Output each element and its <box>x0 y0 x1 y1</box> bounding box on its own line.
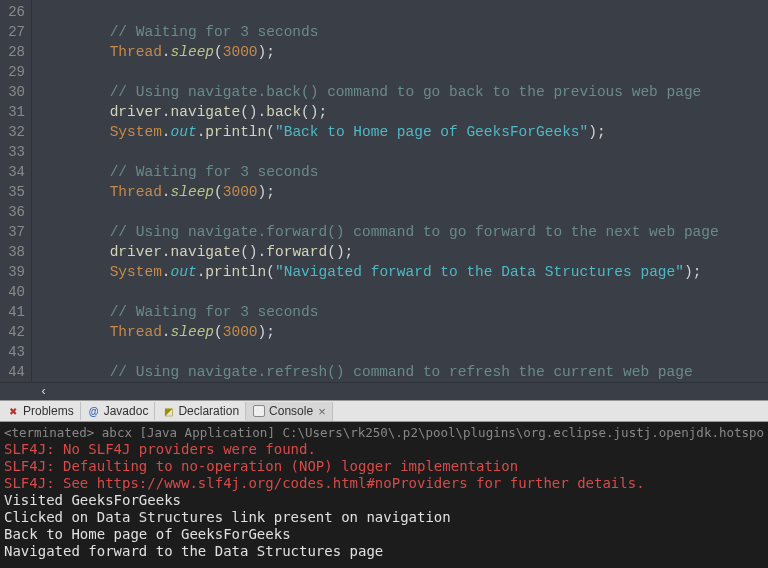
line-number-gutter: 26272829303132333435363738394041424344 <box>0 0 32 382</box>
code-line[interactable]: Thread.sleep(3000); <box>40 182 768 202</box>
tab-problems[interactable]: ✖ Problems <box>0 402 81 420</box>
line-number: 41 <box>0 302 25 322</box>
code-line[interactable]: Thread.sleep(3000); <box>40 322 768 342</box>
code-line[interactable]: // Using navigate.forward() command to g… <box>40 222 768 242</box>
line-number: 37 <box>0 222 25 242</box>
line-number: 43 <box>0 342 25 362</box>
console-line: Clicked on Data Structures link present … <box>4 509 764 526</box>
line-number: 32 <box>0 122 25 142</box>
line-number: 34 <box>0 162 25 182</box>
line-number: 39 <box>0 262 25 282</box>
line-number: 44 <box>0 362 25 382</box>
code-line[interactable]: // Using navigate.back() command to go b… <box>40 82 768 102</box>
tab-label: Problems <box>23 404 74 418</box>
horizontal-scrollbar[interactable]: ‹ <box>0 382 768 400</box>
tab-console[interactable]: Console × <box>246 402 333 421</box>
declaration-icon: ◩ <box>161 404 175 418</box>
line-number: 28 <box>0 42 25 62</box>
console-line: SLF4J: Defaulting to no-operation (NOP) … <box>4 458 764 475</box>
code-content[interactable]: // Waiting for 3 seconds Thread.sleep(30… <box>32 0 768 382</box>
javadoc-icon: @ <box>87 404 101 418</box>
line-number: 31 <box>0 102 25 122</box>
tab-declaration[interactable]: ◩ Declaration <box>155 402 246 420</box>
code-line[interactable] <box>40 342 768 362</box>
code-line[interactable]: driver.navigate().back(); <box>40 102 768 122</box>
code-line[interactable] <box>40 62 768 82</box>
line-number: 33 <box>0 142 25 162</box>
console-icon <box>252 404 266 418</box>
code-line[interactable] <box>40 202 768 222</box>
console-line: Navigated forward to the Data Structures… <box>4 543 764 560</box>
code-editor[interactable]: 26272829303132333435363738394041424344 /… <box>0 0 768 382</box>
line-number: 35 <box>0 182 25 202</box>
code-line[interactable]: driver.navigate().forward(); <box>40 242 768 262</box>
console-line: SLF4J: See https://www.slf4j.org/codes.h… <box>4 475 764 492</box>
code-line[interactable]: System.out.println("Back to Home page of… <box>40 122 768 142</box>
line-number: 38 <box>0 242 25 262</box>
tab-label: Javadoc <box>104 404 149 418</box>
tab-label: Declaration <box>178 404 239 418</box>
tab-javadoc[interactable]: @ Javadoc <box>81 402 156 420</box>
line-number: 40 <box>0 282 25 302</box>
code-line[interactable]: Thread.sleep(3000); <box>40 42 768 62</box>
close-icon[interactable]: × <box>318 404 326 419</box>
line-number: 36 <box>0 202 25 222</box>
code-line[interactable] <box>40 142 768 162</box>
code-line[interactable]: // Using navigate.refresh() command to r… <box>40 362 768 382</box>
line-number: 42 <box>0 322 25 342</box>
console-output[interactable]: <terminated> abcx [Java Application] C:\… <box>0 422 768 568</box>
code-line[interactable]: // Waiting for 3 seconds <box>40 162 768 182</box>
bottom-panel-tabs: ✖ Problems @ Javadoc ◩ Declaration Conso… <box>0 400 768 422</box>
tab-label: Console <box>269 404 313 418</box>
scroll-left-icon[interactable]: ‹ <box>40 385 47 399</box>
console-run-info: <terminated> abcx [Java Application] C:\… <box>4 422 764 441</box>
line-number: 26 <box>0 2 25 22</box>
problems-icon: ✖ <box>6 404 20 418</box>
code-line[interactable] <box>40 2 768 22</box>
line-number: 30 <box>0 82 25 102</box>
code-line[interactable]: // Waiting for 3 seconds <box>40 22 768 42</box>
code-line[interactable] <box>40 282 768 302</box>
console-line: SLF4J: No SLF4J providers were found. <box>4 441 764 458</box>
line-number: 29 <box>0 62 25 82</box>
console-line: Back to Home page of GeeksForGeeks <box>4 526 764 543</box>
console-line: Visited GeeksForGeeks <box>4 492 764 509</box>
code-line[interactable]: System.out.println("Navigated forward to… <box>40 262 768 282</box>
line-number: 27 <box>0 22 25 42</box>
code-line[interactable]: // Waiting for 3 seconds <box>40 302 768 322</box>
